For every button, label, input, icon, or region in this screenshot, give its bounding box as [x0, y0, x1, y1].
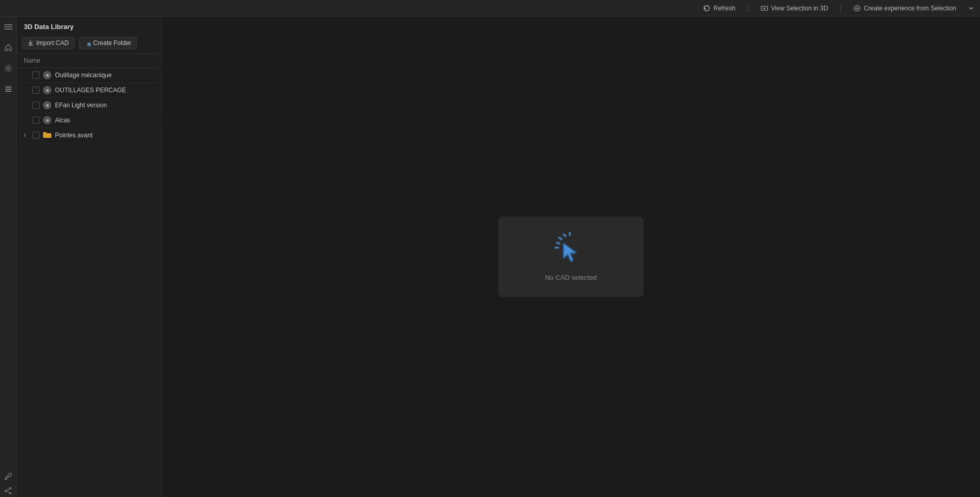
sidebar-home-icon[interactable]: [2, 41, 15, 54]
svg-point-9: [9, 488, 11, 489]
refresh-icon: [703, 5, 710, 12]
cad-file-icon-2: [43, 86, 52, 95]
list-item[interactable]: EFan Light version: [17, 98, 161, 113]
topbar: Refresh View Selection in 3D Create expe…: [0, 0, 980, 17]
expand-arrow-5[interactable]: [21, 131, 29, 139]
create-experience-icon: [853, 5, 861, 12]
icon-sidebar: [0, 17, 17, 497]
sidebar-bottom-tools: [2, 480, 15, 493]
expand-arrow-1: [21, 71, 29, 79]
sidebar-settings-icon[interactable]: [2, 62, 15, 75]
create-folder-label: Create Folder: [93, 39, 131, 47]
settings-gear-icon: [4, 64, 12, 73]
file-name-1: Outillage mécanique: [55, 72, 157, 79]
click-cursor-icon: [554, 232, 587, 265]
preview-card: No CAD selected: [498, 217, 643, 297]
svg-rect-8: [5, 91, 11, 92]
svg-rect-2: [4, 24, 12, 25]
create-experience-button[interactable]: Create experience from Selection: [853, 5, 956, 12]
checkbox-1[interactable]: [32, 72, 39, 79]
refresh-label: Refresh: [713, 5, 735, 12]
create-folder-button[interactable]: Create Folder: [79, 37, 137, 49]
import-cad-label: Import CAD: [36, 39, 69, 47]
svg-point-10: [9, 493, 11, 494]
list-item[interactable]: Pointes avant: [17, 128, 161, 143]
no-selection-illustration: [554, 232, 587, 265]
cad-file-icon-4: [43, 116, 52, 125]
expand-arrow-3: [21, 101, 29, 109]
share-icon: [4, 487, 12, 495]
cad-file-icon-3: [43, 101, 52, 110]
svg-line-13: [564, 234, 566, 236]
import-icon: [27, 40, 34, 46]
topbar-divider-1: [748, 4, 748, 12]
hamburger-icon: [4, 23, 12, 31]
refresh-button[interactable]: Refresh: [703, 5, 735, 12]
main-layout: 3D Data Library Import CAD Create Folder…: [0, 17, 980, 497]
sidebar-tool1-icon[interactable]: [2, 472, 15, 480]
file-name-2: OUTILLAGES PERCAGE: [55, 87, 157, 94]
file-panel: 3D Data Library Import CAD Create Folder…: [17, 17, 162, 497]
no-cad-selected-text: No CAD selected: [545, 274, 597, 281]
list-item[interactable]: Outillage mécanique: [17, 68, 161, 83]
create-experience-label: Create experience from Selection: [864, 5, 956, 12]
file-name-5: Pointes avant: [55, 132, 157, 139]
home-icon: [4, 44, 12, 52]
expand-arrow-4: [21, 116, 29, 124]
checkbox-3[interactable]: [32, 102, 39, 109]
chevron-right-icon: [22, 133, 27, 138]
sidebar-tool2-icon[interactable]: [2, 487, 15, 495]
topbar-divider-2: [841, 4, 841, 12]
file-name-3: EFan Light version: [55, 102, 157, 109]
svg-line-14: [559, 237, 562, 239]
svg-point-5: [7, 67, 9, 70]
list-item[interactable]: OUTILLAGES PERCAGE: [17, 83, 161, 98]
folder-svg-icon: [43, 131, 52, 138]
svg-rect-7: [5, 89, 11, 90]
checkbox-4[interactable]: [32, 117, 39, 124]
wrench-icon: [4, 472, 12, 480]
folder-plus-icon: [85, 40, 91, 46]
expand-arrow-2: [21, 86, 29, 94]
svg-rect-6: [5, 87, 11, 88]
preview-panel: No CAD selected: [162, 17, 980, 497]
name-column-header: Name: [24, 57, 40, 64]
view-selection-label: View Selection in 3D: [771, 5, 828, 12]
file-list-header: Name: [17, 54, 161, 68]
sidebar-list-icon[interactable]: [2, 83, 15, 95]
file-list: Outillage mécanique OUTILLAGES PERCAGE E…: [17, 68, 161, 497]
panel-title: 3D Data Library: [17, 17, 161, 35]
checkbox-5[interactable]: [32, 132, 39, 139]
sidebar-menu-icon[interactable]: [2, 21, 15, 33]
dropdown-chevron[interactable]: [969, 6, 974, 11]
file-name-4: Alcas: [55, 117, 157, 124]
import-cad-button[interactable]: Import CAD: [22, 37, 75, 49]
checkbox-2[interactable]: [32, 87, 39, 94]
cad-file-icon-1: [43, 70, 52, 80]
svg-line-15: [557, 243, 559, 244]
chevron-down-icon: [969, 6, 974, 11]
panel-toolbar: Import CAD Create Folder: [17, 35, 161, 54]
svg-rect-4: [4, 29, 12, 30]
view-selection-button[interactable]: View Selection in 3D: [761, 5, 828, 12]
list-icon: [4, 85, 12, 93]
list-item[interactable]: Alcas: [17, 113, 161, 128]
view-3d-icon: [761, 5, 768, 12]
folder-icon-5: [43, 131, 52, 140]
svg-rect-3: [4, 26, 12, 27]
svg-point-11: [5, 490, 6, 492]
